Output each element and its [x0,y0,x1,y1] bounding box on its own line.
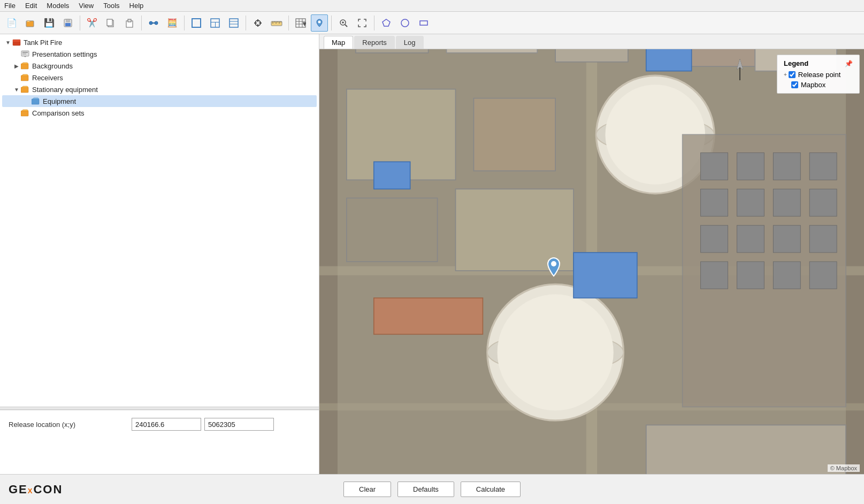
tree-item-backgrounds[interactable]: ▶ Backgrounds [2,60,317,72]
svg-rect-11 [192,19,201,27]
svg-rect-80 [701,189,728,216]
svg-text:▼: ▼ [301,20,306,28]
svg-rect-89 [737,262,764,289]
svg-rect-99 [374,298,483,334]
release-y-input[interactable] [204,418,274,431]
crosshair-button[interactable] [249,14,266,32]
svg-point-36 [318,20,321,23]
window1-button[interactable] [188,14,205,32]
svg-rect-84 [701,225,728,253]
calculate-button[interactable]: Calculate [461,482,521,497]
paste-button[interactable] [121,14,138,32]
new-button[interactable]: 📄 [3,14,20,32]
connect-button[interactable] [145,14,162,32]
map-container[interactable]: 100 m Legend � [319,49,864,474]
menu-file[interactable]: File [4,2,16,10]
tab-map[interactable]: Map [324,36,353,49]
svg-rect-87 [809,225,837,253]
defaults-button[interactable]: Defaults [397,482,454,497]
legend-release-checkbox[interactable] [789,71,796,78]
window3-button[interactable] [225,14,242,32]
comparison-icon [20,108,30,118]
separator-7 [374,16,374,30]
menu-tools[interactable]: Tools [103,2,119,10]
tree-item-equipment[interactable]: Equipment [2,95,317,107]
svg-rect-5 [107,19,112,26]
save-as-button[interactable] [59,14,77,32]
svg-rect-100 [574,253,637,298]
bottom-buttons: Clear Defaults Calculate [343,482,521,497]
tree-item-stationary[interactable]: ▼ Stationary equipment [2,83,317,95]
svg-rect-83 [809,189,837,216]
root-expander[interactable]: ▼ [4,40,12,45]
menu-help[interactable]: Help [129,2,144,10]
zoom-button[interactable] [335,14,352,32]
legend-pin-icon[interactable]: 📌 [845,60,853,67]
tree-item-presentation[interactable]: Presentation settings [2,48,317,60]
svg-marker-49 [24,56,26,57]
rect-button[interactable] [415,14,432,32]
tree-area: ▼ Tank Pit Fire Presentation settings ▶ [0,34,319,407]
svg-rect-102 [374,162,410,189]
grid-button[interactable]: ▼ [292,14,309,32]
tab-reports[interactable]: Reports [354,36,395,49]
zoom-fit-button[interactable] [354,14,371,32]
svg-point-8 [149,21,152,25]
svg-rect-90 [773,262,800,289]
svg-rect-98 [646,425,846,474]
svg-point-42 [401,19,409,27]
svg-rect-66 [473,98,555,171]
svg-rect-61 [447,49,538,53]
polygon-button[interactable] [378,14,395,32]
map-svg-overlay: 100 m [319,49,864,474]
comparison-label: Comparison sets [32,109,85,117]
legend-mapbox-checkbox[interactable] [791,81,798,88]
svg-rect-45 [13,40,20,42]
release-x-input[interactable] [132,418,201,431]
legend-mapbox-label: Mapbox [801,81,825,89]
svg-rect-85 [737,225,764,253]
legend-release-label: Release point [798,71,841,79]
logo-accent: X [28,487,34,495]
svg-point-9 [155,21,158,25]
clear-button[interactable]: Clear [343,482,391,497]
backgrounds-icon [20,61,30,71]
copy-button[interactable] [102,14,119,32]
presentation-label: Presentation settings [32,50,97,58]
window2-button[interactable] [207,14,224,32]
svg-rect-14 [215,22,216,27]
legend-release-expand[interactable]: + [784,72,787,78]
measure-button[interactable] [268,14,285,32]
tree-item-comparison[interactable]: Comparison sets [2,107,317,119]
tree-root-item[interactable]: ▼ Tank Pit Fire [2,36,317,48]
cut-button[interactable]: ✂️ [83,14,101,32]
svg-rect-48 [22,54,26,55]
menu-edit[interactable]: Edit [25,2,37,10]
menu-models[interactable]: Models [47,2,69,10]
tab-log[interactable]: Log [396,36,424,49]
menu-view[interactable]: View [79,2,94,10]
menubar: File Edit Models View Tools Help [0,0,864,12]
backgrounds-expander[interactable]: ▶ [13,63,20,69]
tree-item-receivers[interactable]: Receivers [2,72,317,83]
svg-point-74 [498,294,614,410]
open-button[interactable] [22,14,39,32]
svg-rect-60 [356,49,429,53]
calc-button[interactable]: 🧮 [164,14,181,32]
bottom-bar: GEXCON Clear Defaults Calculate [0,474,864,504]
stationary-expander[interactable]: ▼ [13,87,20,93]
circle-button[interactable] [396,14,414,32]
separator-4 [246,16,246,30]
pin-button[interactable] [311,14,328,32]
svg-rect-67 [347,198,438,262]
map-pin [546,257,561,279]
svg-rect-2 [65,23,71,26]
north-arrow [733,58,746,81]
separator-5 [288,16,289,30]
svg-rect-81 [737,189,764,216]
svg-line-38 [345,25,347,27]
svg-rect-43 [420,21,427,25]
receivers-icon [20,73,30,82]
right-panel: Map Reports Log [319,34,864,474]
save-button[interactable]: 💾 [41,14,58,32]
